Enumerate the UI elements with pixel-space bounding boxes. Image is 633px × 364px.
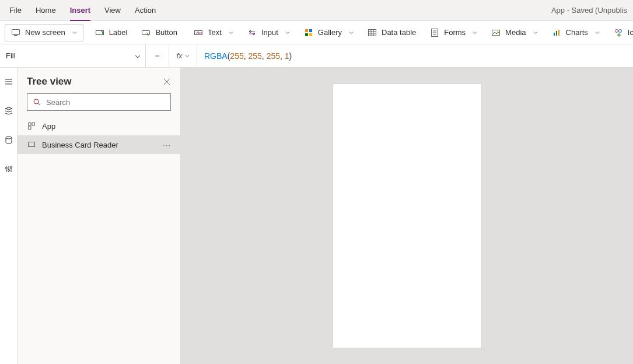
svg-rect-17	[556, 31, 557, 36]
formula-input[interactable]: RGBA(255, 255, 255, 1)	[197, 44, 633, 67]
menu-action[interactable]: Action	[128, 0, 163, 21]
label-button[interactable]: Label	[88, 21, 135, 44]
screen-outline-icon	[27, 140, 36, 149]
ribbon: New screen Label Button Abc Text Input G	[0, 21, 633, 44]
formula-arg: 255	[249, 51, 262, 61]
tree-item-app[interactable]: App	[18, 117, 180, 135]
search-box[interactable]	[27, 93, 171, 111]
chevron-down-icon	[135, 54, 139, 58]
svg-point-23	[8, 170, 9, 172]
svg-text:Abc: Abc	[196, 31, 202, 34]
chevron-down-icon	[595, 30, 600, 35]
media-button[interactable]: Media	[484, 21, 544, 44]
formula-bar: Fill = fx RGBA(255, 255, 255, 1)	[0, 44, 633, 68]
tree-item-label: Business Card Reader	[42, 141, 118, 149]
forms-button[interactable]: Forms	[423, 21, 484, 44]
fx-button[interactable]: fx	[169, 44, 197, 67]
charts-icon	[552, 28, 561, 37]
rail-settings-icon[interactable]	[0, 161, 18, 177]
svg-rect-16	[554, 33, 555, 36]
menu-view[interactable]: View	[97, 0, 128, 21]
app-icon	[27, 121, 36, 131]
app-canvas[interactable]	[333, 84, 481, 348]
svg-rect-11	[309, 33, 312, 36]
tree-item-screen[interactable]: Business Card Reader ···	[18, 135, 180, 154]
rail-data-icon[interactable]	[0, 132, 18, 148]
tree-list: App Business Card Reader ···	[18, 117, 180, 364]
forms-icon	[430, 28, 439, 37]
menu-bar: File Home Insert View Action App - Saved…	[0, 0, 633, 21]
tree-title: Tree view	[27, 76, 72, 88]
main-area: Tree view App	[0, 68, 633, 364]
gallery-label: Gallery	[318, 28, 342, 37]
menu-insert[interactable]: Insert	[63, 0, 97, 21]
svg-point-15	[497, 31, 498, 32]
property-selector[interactable]: Fill	[0, 44, 146, 67]
canvas-area[interactable]	[181, 68, 633, 364]
formula-arg: 255	[267, 51, 280, 61]
button-text: Button	[155, 28, 177, 37]
tree-item-label: App	[42, 122, 55, 131]
rail-hamburger[interactable]	[0, 74, 18, 90]
svg-point-22	[5, 167, 7, 169]
menu-home[interactable]: Home	[29, 0, 63, 21]
svg-point-21	[6, 136, 12, 139]
svg-rect-29	[29, 142, 35, 147]
new-screen-button[interactable]: New screen	[5, 24, 83, 41]
forms-label: Forms	[444, 28, 466, 37]
chevron-down-icon	[229, 30, 233, 35]
tree-view-panel: Tree view App	[18, 68, 181, 364]
svg-point-24	[10, 167, 12, 169]
media-label: Media	[505, 28, 526, 37]
label-text: Label	[109, 28, 128, 37]
search-icon	[32, 97, 41, 107]
save-status: App - Saved (Unpublis	[551, 6, 631, 15]
left-rail	[0, 68, 18, 364]
input-button[interactable]: Input	[240, 21, 297, 44]
button-icon	[141, 28, 151, 37]
svg-rect-9	[309, 29, 312, 32]
svg-rect-0	[12, 29, 20, 34]
label-icon	[95, 28, 104, 37]
search-wrap	[18, 93, 180, 117]
data-table-button[interactable]: Data table	[361, 21, 423, 44]
svg-rect-28	[29, 127, 32, 130]
svg-rect-1	[14, 35, 18, 36]
svg-rect-18	[558, 30, 559, 36]
media-icon	[491, 28, 501, 37]
new-screen-label: New screen	[25, 28, 65, 37]
icons-button[interactable]: Icons	[607, 21, 633, 44]
gallery-icon	[304, 28, 313, 37]
chevron-down-icon	[185, 54, 190, 58]
more-icon[interactable]: ···	[163, 141, 171, 149]
svg-rect-8	[305, 29, 308, 32]
chevron-down-icon	[72, 30, 77, 35]
equals-sign: =	[146, 44, 169, 67]
text-button[interactable]: Abc Text	[187, 21, 240, 44]
chevron-down-icon	[285, 30, 290, 35]
search-input[interactable]	[46, 98, 166, 107]
text-icon: Abc	[194, 28, 203, 37]
svg-rect-12	[369, 29, 376, 36]
icons-icon	[614, 28, 623, 37]
menu-file[interactable]: File	[2, 0, 29, 21]
text-label: Text	[208, 28, 222, 37]
svg-rect-27	[32, 123, 35, 126]
fx-label: fx	[176, 51, 182, 60]
svg-point-25	[34, 99, 39, 104]
tree-header: Tree view	[18, 68, 180, 93]
gallery-button[interactable]: Gallery	[297, 21, 361, 44]
screen-icon	[11, 28, 20, 37]
input-label: Input	[261, 28, 278, 37]
charts-button[interactable]: Charts	[545, 21, 607, 44]
svg-rect-26	[29, 123, 32, 126]
rail-tree-view-icon[interactable]	[0, 103, 18, 119]
button-button[interactable]: Button	[134, 21, 184, 44]
close-icon[interactable]	[163, 78, 171, 86]
data-table-label: Data table	[382, 28, 416, 37]
svg-point-19	[615, 29, 618, 32]
svg-rect-10	[305, 33, 308, 36]
chevron-down-icon	[349, 30, 354, 35]
svg-point-20	[618, 29, 621, 32]
property-name: Fill	[6, 51, 16, 60]
